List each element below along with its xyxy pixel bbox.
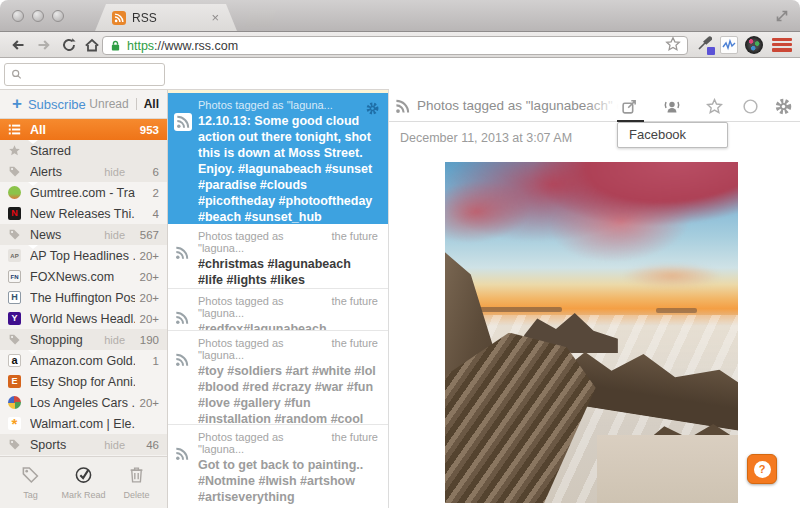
sidebar-item-world-news-headl[interactable]: Y World News Headl... 20+	[0, 308, 167, 329]
reload-button[interactable]	[61, 37, 77, 57]
feed-label: Shopping	[30, 333, 104, 347]
back-button[interactable]	[10, 37, 26, 57]
new-tab-button[interactable]	[245, 10, 277, 27]
sidebar-item-gumtree-com-tra[interactable]: Gumtree.com - Tra... 2	[0, 182, 167, 203]
zoom-window-button[interactable]	[52, 10, 64, 22]
hide-link[interactable]: hide	[104, 229, 125, 241]
rss-source-icon	[175, 447, 189, 465]
unread-count: 567	[135, 229, 159, 241]
article-timestamp: the future	[326, 431, 378, 455]
sidebar-item-etsy-shop-for-anni[interactable]: E Etsy Shop for Anni...	[0, 371, 167, 392]
camera-lens-extension-icon[interactable]	[745, 36, 763, 54]
plus-icon: +	[12, 97, 22, 111]
sidebar-item-starred[interactable]: Starred	[0, 140, 167, 161]
sidebar: + Subscribe Unread All All 953 Starred	[0, 90, 168, 508]
rss-source-icon	[175, 353, 189, 371]
mark-read-button[interactable]: Mark Read	[59, 465, 109, 500]
home-button[interactable]	[84, 37, 100, 57]
subscribe-button[interactable]: Subscribe	[28, 97, 86, 112]
forward-button[interactable]	[36, 37, 52, 57]
unread-count: 190	[135, 334, 159, 346]
share-icon[interactable]	[621, 98, 638, 119]
delete-button[interactable]: Delete	[112, 465, 162, 500]
article-list-item[interactable]: Photos tagged as "laguna...the future #c…	[168, 224, 388, 289]
stats-wave-extension-icon[interactable]	[720, 36, 738, 54]
article-list-item[interactable]: Photos tagged as "laguna...the future #t…	[168, 331, 388, 425]
filter-unread[interactable]: Unread	[89, 97, 128, 111]
minimize-window-button[interactable]	[32, 10, 44, 22]
reader-panel: Photos tagged as "lagunabeach" on In	[389, 58, 800, 508]
tab-title: RSS	[132, 11, 211, 25]
settings-gear-icon[interactable]	[775, 98, 792, 119]
article-list: Photos tagged as "laguna... 12.10.13: So…	[168, 93, 388, 508]
reader-header: Photos tagged as "lagunabeach" on In	[389, 90, 800, 122]
sidebar-item-sports[interactable]: Sports hide 46	[0, 434, 167, 455]
address-bar[interactable]: https://www.rss.com	[102, 36, 688, 55]
help-button[interactable]: ?	[747, 454, 777, 484]
huffington-post-favicon: H	[8, 291, 21, 304]
sidebar-item-shopping[interactable]: Shopping hide 190	[0, 329, 167, 350]
amazon-favicon: a	[8, 354, 21, 367]
feed-label: All	[30, 123, 135, 137]
email-share-icon[interactable]	[663, 98, 681, 119]
rss-source-icon	[174, 113, 192, 131]
tag-icon	[8, 438, 22, 451]
star-icon[interactable]	[706, 98, 723, 119]
search-input[interactable]	[28, 68, 158, 82]
sidebar-item-new-releases-thi[interactable]: N New Releases Thi... 4	[0, 203, 167, 224]
article-date: December 11, 2013 at 3:07 AM	[400, 131, 572, 145]
article-list-item[interactable]: Photos tagged as "laguna... 12.10.13: So…	[168, 93, 388, 224]
browser-menu-icon[interactable]	[772, 38, 792, 52]
sidebar-item-ap-top-headlines[interactable]: AP AP Top Headlines ... 20+	[0, 245, 167, 266]
search-icon	[11, 68, 23, 81]
eyedropper-extension-icon[interactable]	[696, 36, 714, 54]
star-icon	[8, 144, 22, 157]
tab-close-icon[interactable]: ×	[211, 13, 219, 23]
unread-count: 20+	[135, 271, 159, 283]
filter-all[interactable]: All	[144, 97, 159, 111]
walmart-favicon: *	[8, 417, 21, 430]
sidebar-item-walmart-com-ele[interactable]: * Walmart.com | Ele...	[0, 413, 167, 434]
article-title: #toy #soldiers #art #white #lol #blood #…	[198, 363, 378, 425]
sidebar-item-foxnews-com[interactable]: FN FOXNews.com 20+	[0, 266, 167, 287]
bookmark-star-icon[interactable]	[665, 36, 681, 56]
unread-count: 953	[135, 124, 159, 136]
sidebar-item-all[interactable]: All 953	[0, 119, 167, 140]
tool-label: Tag	[23, 490, 38, 500]
hide-link[interactable]: hide	[104, 166, 125, 178]
list-icon	[8, 123, 22, 136]
hide-link[interactable]: hide	[104, 334, 125, 346]
article-list-item[interactable]: Photos tagged as "laguna...the future Go…	[168, 425, 388, 508]
feed-label: Amazon.com Gold...	[30, 354, 135, 368]
hide-link[interactable]: hide	[104, 439, 125, 451]
close-window-button[interactable]	[12, 10, 24, 22]
mark-unread-icon[interactable]	[742, 98, 759, 119]
tag-icon	[8, 333, 22, 346]
sidebar-item-amazon-com-gold[interactable]: a Amazon.com Gold... 1	[0, 350, 167, 371]
tag-button[interactable]: Tag	[6, 465, 56, 500]
feed-label: Alerts	[30, 165, 104, 179]
article-title: #redfox#lagunabeach #hottdress	[198, 321, 378, 331]
unread-count: 46	[135, 439, 159, 451]
share-menu-item-facebook[interactable]: Facebook	[617, 122, 728, 148]
browser-tab[interactable]: RSS ×	[95, 4, 237, 31]
feed-label: Etsy Shop for Anni...	[30, 375, 135, 389]
search-box[interactable]	[4, 63, 165, 86]
fullscreen-icon[interactable]	[774, 8, 790, 28]
article-source: Photos tagged as "laguna...	[198, 337, 326, 361]
article-gear-icon[interactable]	[366, 101, 379, 119]
sidebar-item-alerts[interactable]: Alerts hide 6	[0, 161, 167, 182]
sidebar-item-los-angeles-cars[interactable]: Los Angeles Cars ... 20+	[0, 392, 167, 413]
trash-icon	[128, 465, 145, 488]
article-source: Photos tagged as "laguna...	[198, 99, 333, 111]
tag-icon	[8, 165, 22, 178]
article-source: Photos tagged as "laguna...	[198, 230, 326, 254]
unread-count: 20+	[135, 397, 159, 409]
article-list-item[interactable]: Photos tagged as "laguna...the future #r…	[168, 289, 388, 331]
feed-label: News	[30, 228, 104, 242]
sidebar-item-news[interactable]: News hide 567	[0, 224, 167, 245]
sidebar-item-the-huffington-pos[interactable]: H The Huffington Pos... 20+	[0, 287, 167, 308]
rss-app: Take TourSettingsLog Out + Subscribe Unr…	[0, 58, 800, 508]
unread-count: 4	[135, 208, 159, 220]
article-timestamp: the future	[326, 295, 378, 319]
